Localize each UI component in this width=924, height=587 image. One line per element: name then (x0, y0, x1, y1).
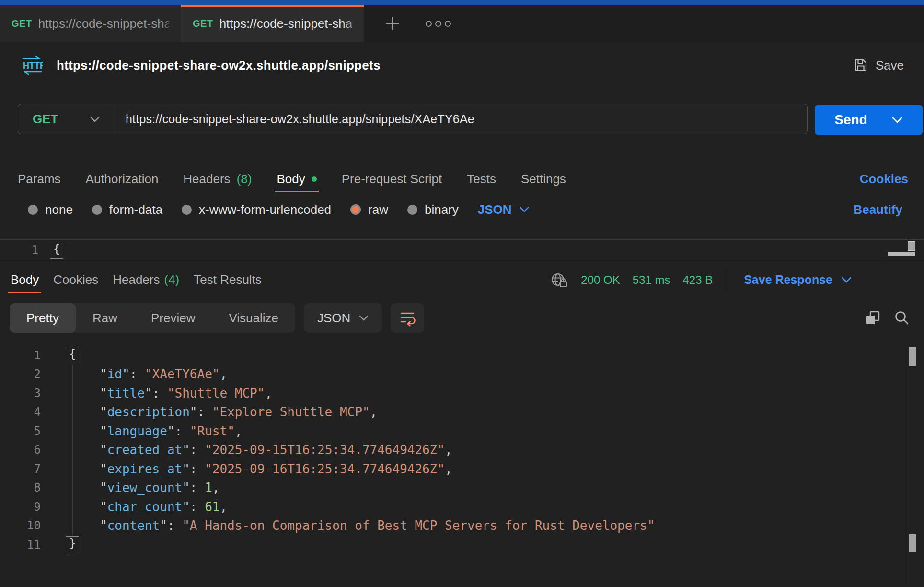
line-number: 2 (0, 367, 41, 381)
request-body-editor[interactable]: 1 { (0, 239, 924, 260)
response-toolbar: Pretty Raw Preview Visualize JSON (10, 303, 911, 333)
response-size[interactable]: 423 B (682, 273, 713, 287)
response-format-dropdown[interactable]: JSON (304, 303, 382, 333)
response-section-tabs: Body Cookies Headers(4) Test Results 200… (11, 267, 852, 293)
response-tab-test-results[interactable]: Test Results (194, 267, 262, 293)
body-type-row: none form-data x-www-form-urlencoded raw… (28, 198, 902, 221)
radio-icon (28, 205, 38, 215)
response-status-cluster: 200 OK 531 ms 423 B Save Response (550, 270, 852, 291)
window-accent-bar (0, 0, 924, 5)
line-number: 5 (0, 424, 41, 438)
new-tab-button[interactable] (384, 15, 401, 32)
code-line: 3"title": "Shuttle MCP", (0, 384, 924, 403)
tab-label: Headers (183, 172, 230, 187)
tab-url: https://code-snippet-sha (219, 16, 352, 31)
save-response-button[interactable]: Save Response (744, 273, 852, 287)
request-title: https://code-snippet-share-ow2x.shuttle.… (57, 58, 381, 73)
send-button[interactable]: Send (815, 105, 923, 135)
view-pretty[interactable]: Pretty (10, 303, 76, 333)
status-code[interactable]: 200 OK (581, 273, 620, 287)
editor-scrollbar-thumb[interactable] (908, 241, 915, 251)
save-button[interactable]: Save (853, 58, 904, 73)
code-line: 5"language": "Rust", (0, 422, 924, 441)
view-preview[interactable]: Preview (134, 303, 212, 333)
tab-label: Cookies (53, 272, 98, 287)
tab-label: Settings (521, 172, 566, 187)
plus-icon (384, 15, 401, 32)
line-number: 7 (0, 462, 41, 476)
code-line: 9"char_count": 61, (0, 497, 924, 517)
tab-label: Body (11, 272, 39, 287)
tab-body[interactable]: Body (277, 165, 316, 192)
tab-headers[interactable]: Headers(8) (183, 165, 252, 192)
radio-icon (182, 205, 192, 215)
wrap-text-icon (399, 309, 416, 327)
cookies-link[interactable]: Cookies (860, 172, 908, 187)
response-code-lines: 1{2"id": "XAeTY6Ae",3"title": "Shuttle M… (0, 346, 924, 554)
request-tab-2-active[interactable]: GET https://code-snippet-sha (181, 5, 364, 42)
line-number: 1 (0, 349, 41, 362)
tab-options-button[interactable] (426, 21, 451, 27)
response-body-viewer[interactable]: 1{2"id": "XAeTY6Ae",3"title": "Shuttle M… (0, 340, 924, 587)
view-visualize[interactable]: Visualize (212, 303, 295, 333)
body-format-dropdown[interactable]: JSON (478, 202, 529, 217)
line-number: 11 (0, 538, 41, 552)
view-mode-switch: Pretty Raw Preview Visualize (10, 303, 295, 333)
tab-authorization[interactable]: Authorization (86, 165, 159, 192)
copy-icon[interactable] (864, 309, 882, 327)
tab-settings[interactable]: Settings (521, 165, 566, 192)
radio-label: raw (368, 202, 388, 217)
tab-fade (159, 8, 181, 42)
editor-hscrollbar-thumb[interactable] (888, 252, 915, 256)
line-number: 1 (0, 243, 38, 257)
code-text: "view_count": 1, (41, 481, 219, 495)
scrollbar-thumb[interactable] (909, 347, 916, 366)
radio-label: none (45, 202, 73, 217)
response-tab-headers[interactable]: Headers(4) (113, 267, 179, 293)
request-url-bar: GET https://code-snippet-share-ow2x.shut… (18, 104, 808, 134)
scrollbar-thumb[interactable] (909, 534, 916, 552)
chevron-down-icon (841, 277, 852, 283)
tab-label: Params (18, 172, 61, 187)
tab-label: Authorization (86, 172, 159, 187)
response-tab-body[interactable]: Body (11, 267, 39, 293)
radio-x-www-form-urlencoded[interactable]: x-www-form-urlencoded (182, 202, 331, 217)
method-dropdown[interactable]: GET (18, 104, 113, 134)
code-line: 1{ (0, 346, 924, 365)
beautify-link[interactable]: Beautify (853, 202, 902, 217)
response-tab-cookies[interactable]: Cookies (53, 267, 98, 293)
globe-lock-icon[interactable] (550, 271, 568, 289)
fold-marker-icon[interactable]: { (50, 242, 63, 259)
search-icon[interactable] (893, 309, 911, 327)
code-text: "language": "Rust", (41, 424, 242, 438)
radio-form-data[interactable]: form-data (92, 202, 162, 217)
headers-count: (8) (237, 172, 252, 187)
url-input[interactable]: https://code-snippet-share-ow2x.shuttle.… (113, 112, 474, 126)
modified-dot-icon (312, 176, 317, 182)
chevron-down-icon[interactable] (891, 117, 903, 123)
fold-marker-icon[interactable]: } (66, 536, 79, 553)
code-text: "description": "Explore Shuttle MCP", (41, 405, 377, 419)
view-raw[interactable]: Raw (76, 303, 134, 333)
request-tab-1[interactable]: GET https://code-snippet-sha (0, 5, 181, 42)
divider (728, 270, 728, 291)
code-text: "created_at": "2025-09-15T16:25:34.77464… (41, 443, 452, 457)
tab-pre-request-script[interactable]: Pre-request Script (342, 165, 442, 192)
line-number: 10 (0, 519, 41, 532)
method-label: GET (33, 112, 58, 127)
code-line: 10"content": "A Hands-on Comparison of B… (0, 517, 924, 536)
code-line: 11} (0, 535, 924, 554)
fold-marker-icon[interactable]: { (66, 347, 79, 364)
radio-label: binary (425, 202, 459, 217)
tab-params[interactable]: Params (18, 165, 61, 192)
code-text: "expires_at": "2025-09-16T16:25:34.77464… (41, 462, 452, 476)
wrap-text-button[interactable] (391, 303, 424, 333)
response-time[interactable]: 531 ms (633, 273, 670, 287)
line-number: 4 (0, 405, 41, 419)
save-icon (853, 58, 868, 73)
radio-raw[interactable]: raw (350, 202, 388, 217)
radio-none[interactable]: none (28, 202, 73, 217)
code-line: 2"id": "XAeTY6Ae", (0, 365, 924, 384)
tab-tests[interactable]: Tests (467, 165, 496, 192)
radio-binary[interactable]: binary (407, 202, 459, 217)
